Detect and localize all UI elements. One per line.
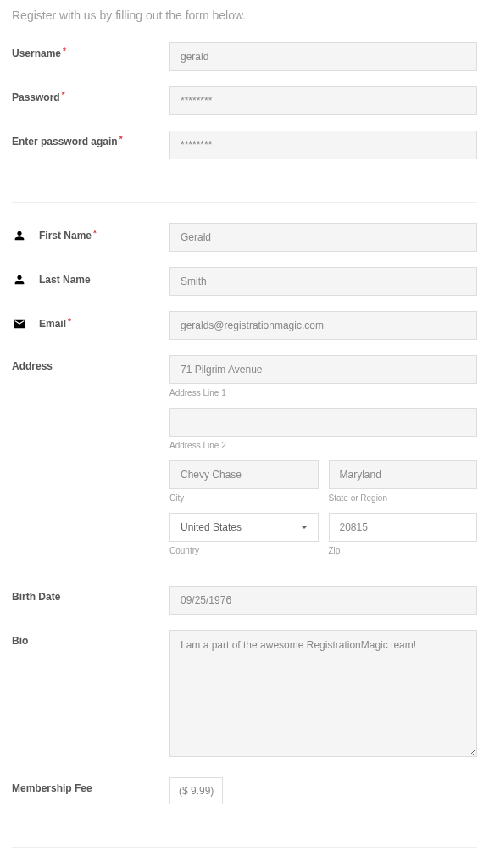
password-again-input[interactable] bbox=[169, 131, 477, 159]
last-name-label: Last Name bbox=[12, 267, 169, 287]
first-name-label: First Name* bbox=[12, 223, 169, 243]
last-name-input[interactable] bbox=[169, 267, 477, 296]
password-row: Password* bbox=[12, 86, 477, 115]
state-input[interactable] bbox=[329, 460, 478, 489]
bio-label: Bio bbox=[12, 630, 169, 647]
addr2-sublabel: Address Line 2 bbox=[169, 441, 477, 450]
email-input[interactable] bbox=[169, 311, 477, 340]
address-row: Address Address Line 1 Address Line 2 Ci… bbox=[12, 355, 477, 565]
mail-icon bbox=[12, 316, 27, 331]
state-sublabel: State or Region bbox=[329, 493, 478, 503]
address-label: Address bbox=[12, 355, 169, 372]
username-input[interactable] bbox=[169, 42, 477, 71]
required-mark: * bbox=[68, 317, 71, 326]
email-row: Email* bbox=[12, 311, 477, 340]
country-sublabel: Country bbox=[169, 546, 319, 555]
email-label: Email* bbox=[12, 311, 169, 331]
first-name-input[interactable] bbox=[169, 223, 477, 252]
first-name-row: First Name* bbox=[12, 223, 477, 252]
required-mark: * bbox=[63, 47, 66, 56]
address-line2-input[interactable] bbox=[169, 408, 477, 437]
form-intro: Register with us by filling out the form… bbox=[12, 8, 477, 22]
city-sublabel: City bbox=[169, 493, 319, 503]
section-divider bbox=[12, 847, 477, 848]
section-divider bbox=[12, 202, 477, 203]
person-icon bbox=[12, 272, 27, 287]
fee-value: ($ 9.99) bbox=[169, 777, 223, 804]
username-label: Username* bbox=[12, 42, 169, 59]
fee-row: Membership Fee ($ 9.99) bbox=[12, 777, 477, 804]
personal-section: First Name* Last Name Email* Addre bbox=[12, 223, 477, 837]
bio-row: Bio bbox=[12, 630, 477, 760]
password-again-row: Enter password again* bbox=[12, 131, 477, 159]
credentials-section: Username* Password* Enter password again… bbox=[12, 42, 477, 192]
last-name-row: Last Name bbox=[12, 267, 477, 296]
birth-date-label: Birth Date bbox=[12, 586, 169, 603]
required-mark: * bbox=[62, 91, 65, 100]
addr1-sublabel: Address Line 1 bbox=[169, 388, 477, 398]
required-mark: * bbox=[93, 229, 97, 238]
username-row: Username* bbox=[12, 42, 477, 71]
password-label: Password* bbox=[12, 86, 169, 103]
fee-label: Membership Fee bbox=[12, 777, 169, 794]
zip-sublabel: Zip bbox=[329, 546, 478, 555]
zip-input[interactable] bbox=[329, 513, 478, 542]
address-line1-input[interactable] bbox=[169, 355, 477, 384]
person-icon bbox=[12, 228, 27, 243]
city-input[interactable] bbox=[169, 460, 319, 489]
birth-date-row: Birth Date bbox=[12, 586, 477, 615]
required-mark: * bbox=[119, 135, 123, 144]
bio-textarea[interactable] bbox=[169, 630, 477, 757]
birth-date-input[interactable] bbox=[169, 586, 477, 615]
password-input[interactable] bbox=[169, 86, 477, 115]
password-again-label: Enter password again* bbox=[12, 131, 169, 147]
country-select[interactable]: United States bbox=[169, 513, 319, 542]
